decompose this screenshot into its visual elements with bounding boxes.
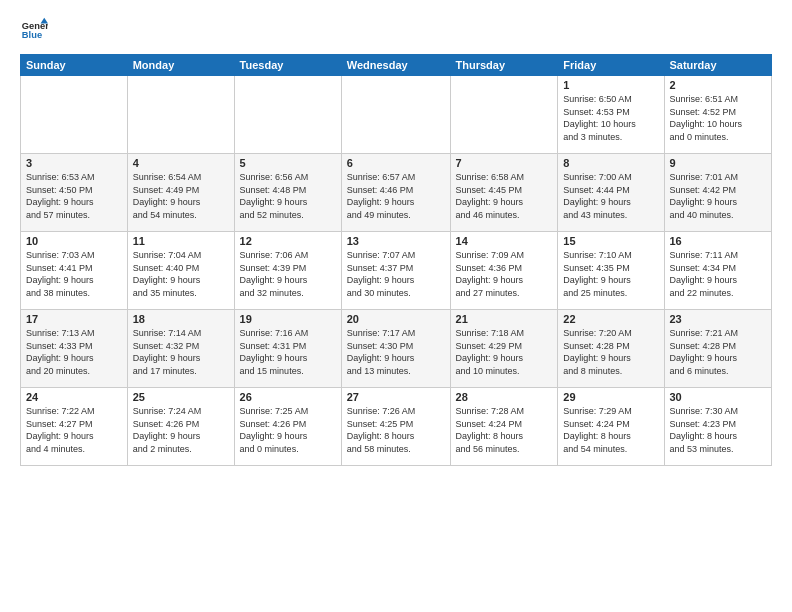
- day-info: Sunrise: 7:04 AM Sunset: 4:40 PM Dayligh…: [133, 249, 229, 299]
- day-cell: 23Sunrise: 7:21 AM Sunset: 4:28 PM Dayli…: [664, 310, 772, 388]
- column-header-wednesday: Wednesday: [341, 55, 450, 76]
- day-cell: 25Sunrise: 7:24 AM Sunset: 4:26 PM Dayli…: [127, 388, 234, 466]
- day-cell: 29Sunrise: 7:29 AM Sunset: 4:24 PM Dayli…: [558, 388, 664, 466]
- day-number: 26: [240, 391, 336, 403]
- day-cell: 9Sunrise: 7:01 AM Sunset: 4:42 PM Daylig…: [664, 154, 772, 232]
- day-cell: 17Sunrise: 7:13 AM Sunset: 4:33 PM Dayli…: [21, 310, 128, 388]
- day-cell: 19Sunrise: 7:16 AM Sunset: 4:31 PM Dayli…: [234, 310, 341, 388]
- day-number: 15: [563, 235, 658, 247]
- day-cell: 11Sunrise: 7:04 AM Sunset: 4:40 PM Dayli…: [127, 232, 234, 310]
- day-cell: 18Sunrise: 7:14 AM Sunset: 4:32 PM Dayli…: [127, 310, 234, 388]
- day-number: 6: [347, 157, 445, 169]
- day-cell: 13Sunrise: 7:07 AM Sunset: 4:37 PM Dayli…: [341, 232, 450, 310]
- day-cell: 7Sunrise: 6:58 AM Sunset: 4:45 PM Daylig…: [450, 154, 558, 232]
- column-header-friday: Friday: [558, 55, 664, 76]
- day-cell: 26Sunrise: 7:25 AM Sunset: 4:26 PM Dayli…: [234, 388, 341, 466]
- day-info: Sunrise: 7:22 AM Sunset: 4:27 PM Dayligh…: [26, 405, 122, 455]
- day-number: 17: [26, 313, 122, 325]
- day-info: Sunrise: 7:07 AM Sunset: 4:37 PM Dayligh…: [347, 249, 445, 299]
- day-cell: 2Sunrise: 6:51 AM Sunset: 4:52 PM Daylig…: [664, 76, 772, 154]
- column-header-sunday: Sunday: [21, 55, 128, 76]
- day-info: Sunrise: 7:13 AM Sunset: 4:33 PM Dayligh…: [26, 327, 122, 377]
- week-row-4: 17Sunrise: 7:13 AM Sunset: 4:33 PM Dayli…: [21, 310, 772, 388]
- day-cell: 10Sunrise: 7:03 AM Sunset: 4:41 PM Dayli…: [21, 232, 128, 310]
- column-header-saturday: Saturday: [664, 55, 772, 76]
- day-info: Sunrise: 7:18 AM Sunset: 4:29 PM Dayligh…: [456, 327, 553, 377]
- day-info: Sunrise: 6:53 AM Sunset: 4:50 PM Dayligh…: [26, 171, 122, 221]
- day-number: 3: [26, 157, 122, 169]
- day-number: 10: [26, 235, 122, 247]
- day-cell: [127, 76, 234, 154]
- day-info: Sunrise: 7:09 AM Sunset: 4:36 PM Dayligh…: [456, 249, 553, 299]
- day-info: Sunrise: 6:56 AM Sunset: 4:48 PM Dayligh…: [240, 171, 336, 221]
- day-cell: [341, 76, 450, 154]
- day-info: Sunrise: 7:25 AM Sunset: 4:26 PM Dayligh…: [240, 405, 336, 455]
- day-cell: 30Sunrise: 7:30 AM Sunset: 4:23 PM Dayli…: [664, 388, 772, 466]
- day-cell: 15Sunrise: 7:10 AM Sunset: 4:35 PM Dayli…: [558, 232, 664, 310]
- day-info: Sunrise: 7:10 AM Sunset: 4:35 PM Dayligh…: [563, 249, 658, 299]
- day-cell: 3Sunrise: 6:53 AM Sunset: 4:50 PM Daylig…: [21, 154, 128, 232]
- day-cell: 28Sunrise: 7:28 AM Sunset: 4:24 PM Dayli…: [450, 388, 558, 466]
- column-header-thursday: Thursday: [450, 55, 558, 76]
- calendar-table: SundayMondayTuesdayWednesdayThursdayFrid…: [20, 54, 772, 466]
- day-number: 22: [563, 313, 658, 325]
- day-number: 24: [26, 391, 122, 403]
- day-cell: 6Sunrise: 6:57 AM Sunset: 4:46 PM Daylig…: [341, 154, 450, 232]
- week-row-1: 1Sunrise: 6:50 AM Sunset: 4:53 PM Daylig…: [21, 76, 772, 154]
- header: General Blue: [20, 16, 772, 44]
- day-number: 21: [456, 313, 553, 325]
- day-cell: 4Sunrise: 6:54 AM Sunset: 4:49 PM Daylig…: [127, 154, 234, 232]
- day-info: Sunrise: 7:17 AM Sunset: 4:30 PM Dayligh…: [347, 327, 445, 377]
- day-number: 30: [670, 391, 767, 403]
- day-cell: 22Sunrise: 7:20 AM Sunset: 4:28 PM Dayli…: [558, 310, 664, 388]
- week-row-3: 10Sunrise: 7:03 AM Sunset: 4:41 PM Dayli…: [21, 232, 772, 310]
- day-info: Sunrise: 7:28 AM Sunset: 4:24 PM Dayligh…: [456, 405, 553, 455]
- day-cell: [450, 76, 558, 154]
- day-cell: 1Sunrise: 6:50 AM Sunset: 4:53 PM Daylig…: [558, 76, 664, 154]
- day-cell: [234, 76, 341, 154]
- day-cell: 24Sunrise: 7:22 AM Sunset: 4:27 PM Dayli…: [21, 388, 128, 466]
- day-number: 1: [563, 79, 658, 91]
- day-number: 18: [133, 313, 229, 325]
- day-cell: 5Sunrise: 6:56 AM Sunset: 4:48 PM Daylig…: [234, 154, 341, 232]
- day-number: 29: [563, 391, 658, 403]
- day-info: Sunrise: 7:29 AM Sunset: 4:24 PM Dayligh…: [563, 405, 658, 455]
- day-info: Sunrise: 7:11 AM Sunset: 4:34 PM Dayligh…: [670, 249, 767, 299]
- day-cell: 16Sunrise: 7:11 AM Sunset: 4:34 PM Dayli…: [664, 232, 772, 310]
- day-number: 5: [240, 157, 336, 169]
- day-number: 13: [347, 235, 445, 247]
- day-info: Sunrise: 6:50 AM Sunset: 4:53 PM Dayligh…: [563, 93, 658, 143]
- day-number: 23: [670, 313, 767, 325]
- day-info: Sunrise: 7:00 AM Sunset: 4:44 PM Dayligh…: [563, 171, 658, 221]
- day-number: 20: [347, 313, 445, 325]
- day-info: Sunrise: 7:16 AM Sunset: 4:31 PM Dayligh…: [240, 327, 336, 377]
- day-info: Sunrise: 7:30 AM Sunset: 4:23 PM Dayligh…: [670, 405, 767, 455]
- logo: General Blue: [20, 16, 48, 44]
- day-cell: 12Sunrise: 7:06 AM Sunset: 4:39 PM Dayli…: [234, 232, 341, 310]
- day-info: Sunrise: 6:58 AM Sunset: 4:45 PM Dayligh…: [456, 171, 553, 221]
- day-info: Sunrise: 7:21 AM Sunset: 4:28 PM Dayligh…: [670, 327, 767, 377]
- day-number: 2: [670, 79, 767, 91]
- day-number: 7: [456, 157, 553, 169]
- day-info: Sunrise: 7:03 AM Sunset: 4:41 PM Dayligh…: [26, 249, 122, 299]
- calendar-page: General Blue SundayMondayTuesdayWednesda…: [0, 0, 792, 612]
- day-info: Sunrise: 6:54 AM Sunset: 4:49 PM Dayligh…: [133, 171, 229, 221]
- day-cell: 8Sunrise: 7:00 AM Sunset: 4:44 PM Daylig…: [558, 154, 664, 232]
- day-info: Sunrise: 7:24 AM Sunset: 4:26 PM Dayligh…: [133, 405, 229, 455]
- day-number: 28: [456, 391, 553, 403]
- day-number: 11: [133, 235, 229, 247]
- day-info: Sunrise: 7:26 AM Sunset: 4:25 PM Dayligh…: [347, 405, 445, 455]
- day-info: Sunrise: 7:01 AM Sunset: 4:42 PM Dayligh…: [670, 171, 767, 221]
- day-cell: 27Sunrise: 7:26 AM Sunset: 4:25 PM Dayli…: [341, 388, 450, 466]
- svg-text:Blue: Blue: [22, 30, 42, 40]
- day-number: 12: [240, 235, 336, 247]
- day-number: 19: [240, 313, 336, 325]
- day-number: 9: [670, 157, 767, 169]
- week-row-2: 3Sunrise: 6:53 AM Sunset: 4:50 PM Daylig…: [21, 154, 772, 232]
- day-info: Sunrise: 6:51 AM Sunset: 4:52 PM Dayligh…: [670, 93, 767, 143]
- day-cell: 14Sunrise: 7:09 AM Sunset: 4:36 PM Dayli…: [450, 232, 558, 310]
- column-header-tuesday: Tuesday: [234, 55, 341, 76]
- day-info: Sunrise: 6:57 AM Sunset: 4:46 PM Dayligh…: [347, 171, 445, 221]
- day-cell: [21, 76, 128, 154]
- day-cell: 20Sunrise: 7:17 AM Sunset: 4:30 PM Dayli…: [341, 310, 450, 388]
